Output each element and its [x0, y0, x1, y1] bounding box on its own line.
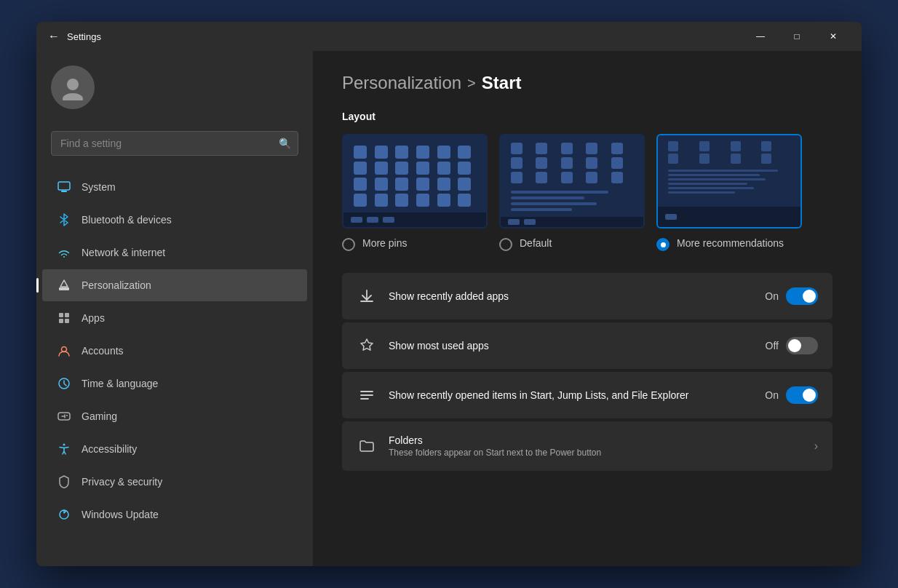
layout-section-title: Layout — [342, 111, 833, 122]
sidebar-item-label-time: Time & language — [82, 378, 158, 389]
personalization-icon — [57, 278, 71, 293]
sidebar-item-label-system: System — [82, 181, 116, 193]
titlebar: ← Settings — □ ✕ — [36, 22, 862, 51]
recently-added-apps-toggle-label: On — [765, 290, 779, 302]
sidebar-item-time[interactable]: Time & language — [42, 368, 307, 400]
recently-added-apps-toggle[interactable] — [786, 287, 818, 305]
settings-window: ← Settings — □ ✕ 🔍 — [36, 22, 862, 566]
svg-rect-6 — [65, 313, 69, 317]
recently-added-apps-control: On — [765, 287, 818, 305]
layout-radio-default: Default — [499, 237, 552, 251]
most-used-apps-toggle-label: Off — [766, 340, 779, 351]
svg-point-12 — [66, 415, 68, 416]
recently-opened-toggle[interactable] — [786, 386, 818, 404]
avatar-section — [36, 65, 313, 124]
sidebar-item-bluetooth[interactable]: Bluetooth & devices — [42, 204, 307, 236]
sidebar-item-label-bluetooth: Bluetooth & devices — [82, 214, 172, 226]
main-content: 🔍 System Bluetooth & devices — [36, 51, 862, 566]
folders-icon — [357, 436, 377, 456]
sidebar-item-network[interactable]: Network & internet — [42, 237, 307, 269]
settings-row-recently-opened: Show recently opened items in Start, Jum… — [342, 372, 833, 418]
titlebar-left: ← Settings — [48, 30, 101, 43]
svg-rect-7 — [59, 319, 63, 323]
svg-rect-3 — [61, 191, 67, 192]
search-box: 🔍 — [51, 131, 298, 156]
privacy-icon — [57, 474, 71, 489]
svg-point-1 — [63, 93, 83, 100]
sidebar-item-accounts[interactable]: Accounts — [42, 335, 307, 367]
sidebar-item-windows-update[interactable]: Windows Update — [42, 498, 307, 531]
sidebar-item-system[interactable]: System — [42, 171, 307, 203]
svg-point-13 — [63, 444, 65, 446]
sidebar-item-label-network: Network & internet — [82, 247, 165, 258]
layout-options: More pins — [342, 134, 833, 251]
folders-chevron-icon: › — [814, 440, 818, 453]
back-icon[interactable]: ← — [48, 30, 60, 43]
svg-rect-8 — [65, 319, 69, 323]
sidebar-item-label-privacy: Privacy & security — [82, 476, 162, 488]
windows-update-icon — [57, 507, 71, 522]
sidebar-item-label-gaming: Gaming — [82, 410, 117, 422]
folders-text: Folders These folders appear on Start ne… — [389, 434, 803, 458]
toggle-knob — [788, 339, 801, 352]
layout-option-default[interactable]: Default — [499, 134, 645, 251]
content-area: Personalization > Start Layout — [313, 51, 862, 566]
layout-thumbnail-more-recommendations — [656, 134, 802, 229]
breadcrumb-separator: > — [467, 75, 476, 92]
minimize-button[interactable]: — — [744, 25, 777, 48]
titlebar-controls: — □ ✕ — [744, 25, 850, 48]
maximize-button[interactable]: □ — [780, 25, 814, 48]
network-icon — [57, 245, 71, 260]
sidebar-item-privacy[interactable]: Privacy & security — [42, 466, 307, 498]
svg-point-0 — [67, 79, 79, 90]
most-used-apps-text: Show most used apps — [389, 340, 754, 351]
breadcrumb: Personalization > Start — [342, 73, 833, 93]
sidebar-item-gaming[interactable]: Gaming — [42, 400, 307, 432]
recently-added-apps-icon — [357, 286, 377, 306]
nav-items: System Bluetooth & devices Network & int… — [36, 170, 313, 531]
sidebar-item-apps[interactable]: Apps — [42, 302, 307, 334]
search-input[interactable] — [51, 131, 298, 156]
recently-opened-control: On — [765, 386, 818, 404]
radio-more-pins[interactable] — [342, 238, 355, 251]
settings-row-most-used-apps: Show most used apps Off — [342, 322, 833, 369]
layout-label-more-pins: More pins — [362, 237, 407, 249]
close-button[interactable]: ✕ — [816, 25, 850, 48]
folders-desc: These folders appear on Start next to th… — [389, 448, 803, 458]
time-icon — [57, 376, 71, 391]
settings-row-recently-added-apps: Show recently added apps On — [342, 273, 833, 319]
recently-added-apps-text: Show recently added apps — [389, 290, 753, 302]
apps-icon — [57, 311, 71, 325]
accounts-icon — [57, 343, 71, 358]
settings-row-folders[interactable]: Folders These folders appear on Start ne… — [342, 421, 833, 471]
layout-option-more-recommendations[interactable]: More recommendations — [656, 134, 802, 251]
layout-label-default: Default — [520, 237, 552, 249]
recently-opened-label: Show recently opened items in Start, Jum… — [389, 389, 753, 401]
most-used-apps-toggle[interactable] — [786, 337, 818, 354]
svg-rect-4 — [59, 287, 69, 290]
radio-more-recommendations[interactable] — [656, 238, 669, 251]
layout-thumbnail-default — [499, 134, 645, 229]
sidebar-item-personalization[interactable]: Personalization — [42, 269, 307, 301]
recently-added-apps-label: Show recently added apps — [389, 290, 753, 302]
toggle-knob — [803, 290, 816, 303]
layout-radio-more-pins: More pins — [342, 237, 407, 251]
radio-default[interactable] — [499, 238, 512, 251]
recently-opened-icon — [357, 385, 377, 405]
gaming-icon — [57, 409, 71, 424]
breadcrumb-parent[interactable]: Personalization — [342, 73, 461, 93]
system-icon — [57, 180, 71, 194]
most-used-apps-icon — [357, 335, 377, 356]
layout-option-more-pins[interactable]: More pins — [342, 134, 488, 251]
layout-radio-more-recommendations: More recommendations — [656, 237, 784, 251]
layout-thumbnail-more-pins — [342, 134, 488, 229]
sidebar-item-accessibility[interactable]: Accessibility — [42, 433, 307, 465]
sidebar-item-label-apps: Apps — [82, 312, 105, 324]
sidebar-item-label-accessibility: Accessibility — [82, 443, 137, 455]
most-used-apps-label: Show most used apps — [389, 340, 754, 351]
sidebar-item-label-windows-update: Windows Update — [82, 509, 159, 520]
accessibility-icon — [57, 442, 71, 456]
svg-rect-5 — [59, 313, 63, 317]
svg-rect-2 — [58, 182, 70, 190]
avatar[interactable] — [51, 65, 95, 109]
